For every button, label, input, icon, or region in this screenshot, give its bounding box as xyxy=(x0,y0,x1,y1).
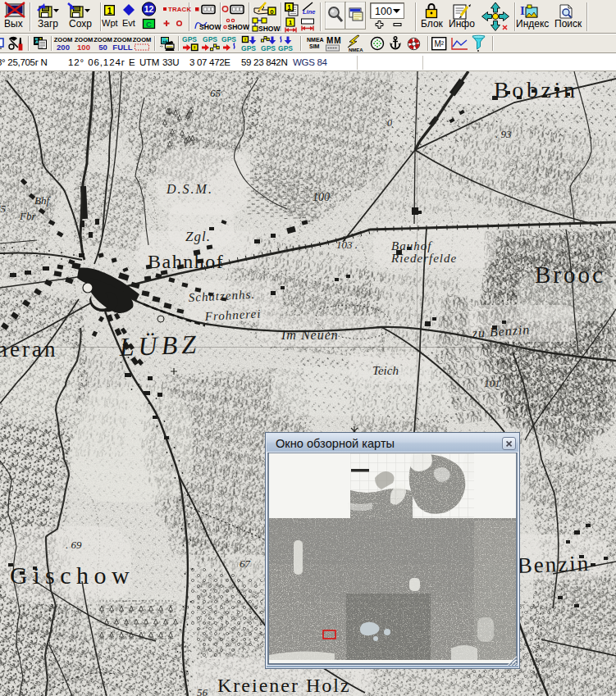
svg-text:SHOW: SHOW xyxy=(199,23,221,31)
svg-text:65: 65 xyxy=(0,202,7,215)
svg-text:1: 1 xyxy=(287,3,291,11)
svg-text:Поиск: Поиск xyxy=(554,18,582,30)
svg-text:33U: 33U xyxy=(162,57,179,67)
svg-text:NMEA: NMEA xyxy=(307,37,324,43)
svg-text:GPS: GPS xyxy=(278,44,293,52)
svg-text:meran: meran xyxy=(0,337,57,362)
svg-text:NMEA: NMEA xyxy=(349,48,363,52)
svg-text:I: I xyxy=(520,4,525,17)
svg-text:. 93: . 93 xyxy=(495,128,512,140)
svg-text:WGS 84: WGS 84 xyxy=(293,57,328,67)
svg-text:Benzin: Benzin xyxy=(517,551,590,578)
svg-text:12: 12 xyxy=(144,4,154,14)
svg-text:GPS: GPS xyxy=(203,35,217,43)
svg-text:100: 100 xyxy=(313,191,330,203)
svg-text:100: 100 xyxy=(77,43,90,52)
svg-text:56: 56 xyxy=(197,686,208,696)
svg-text:100: 100 xyxy=(375,6,392,17)
svg-text:Инфо: Инфо xyxy=(449,18,475,30)
svg-text:Fbr: Fbr xyxy=(19,210,36,222)
svg-text:M²: M² xyxy=(435,39,445,48)
svg-text:UTM: UTM xyxy=(139,57,159,67)
svg-text:Wpt: Wpt xyxy=(102,18,118,28)
svg-text:Сохр: Сохр xyxy=(69,18,92,30)
svg-text:101: 101 xyxy=(484,377,500,389)
svg-text:Line: Line xyxy=(303,8,315,16)
svg-text:GPS: GPS xyxy=(182,35,197,43)
svg-text:0: 0 xyxy=(387,117,392,129)
svg-text:65: 65 xyxy=(210,87,221,99)
svg-text:MM: MM xyxy=(326,36,342,45)
svg-text:Brooc: Brooc xyxy=(535,262,605,288)
svg-text:Bhf: Bhf xyxy=(34,194,51,207)
svg-text:Riederfelde: Riederfelde xyxy=(390,252,457,265)
svg-text:Evt: Evt xyxy=(122,18,135,28)
svg-text:FULL: FULL xyxy=(112,43,132,52)
svg-text:59 23 842N: 59 23 842N xyxy=(241,57,287,67)
svg-text:50: 50 xyxy=(98,43,107,52)
svg-text:SIM: SIM xyxy=(309,43,320,49)
svg-text:SHOW: SHOW xyxy=(258,25,281,33)
svg-text:TRACK: TRACK xyxy=(168,6,191,13)
svg-text:Индекс: Индекс xyxy=(516,18,549,30)
svg-text:C: C xyxy=(146,20,152,29)
svg-text:Блок: Блок xyxy=(421,18,444,30)
svg-text:D.S.M.: D.S.M. xyxy=(166,182,213,196)
svg-text:Окно обзорной карты: Окно обзорной карты xyxy=(276,437,395,450)
svg-text:1: 1 xyxy=(289,19,293,26)
svg-text:103 .: 103 . xyxy=(336,239,358,251)
svg-text:Bahnhof: Bahnhof xyxy=(148,251,224,272)
svg-text:Kreiener Holz: Kreiener Holz xyxy=(217,675,351,696)
svg-text:0: 0 xyxy=(270,8,274,16)
svg-text:12° 06,124г E: 12° 06,124г E xyxy=(68,57,136,67)
svg-text:1: 1 xyxy=(107,7,112,16)
svg-text:SHOW: SHOW xyxy=(228,23,250,31)
svg-text:Bauhof: Bauhof xyxy=(391,239,432,252)
svg-text:8° 25,705г N: 8° 25,705г N xyxy=(0,57,47,67)
svg-text:. 69: . 69 xyxy=(66,539,82,551)
svg-text:Bobzin: Bobzin xyxy=(494,77,577,102)
svg-text:Teich: Teich xyxy=(372,364,399,377)
svg-text:200: 200 xyxy=(57,43,70,52)
svg-text:Загр: Загр xyxy=(38,18,58,30)
svg-text:3 07 472E: 3 07 472E xyxy=(189,57,230,67)
svg-text:GPS: GPS xyxy=(261,44,276,52)
svg-text:GPS: GPS xyxy=(221,35,236,43)
svg-text:Zgl.: Zgl. xyxy=(185,229,211,244)
svg-text:Gischow: Gischow xyxy=(10,562,135,589)
svg-text:GPS: GPS xyxy=(241,44,256,52)
svg-text:ZOOM: ZOOM xyxy=(133,36,152,43)
svg-text:Im Neuen: Im Neuen xyxy=(281,328,339,342)
svg-text:67: 67 xyxy=(240,557,251,570)
svg-text:Вых: Вых xyxy=(4,18,23,30)
